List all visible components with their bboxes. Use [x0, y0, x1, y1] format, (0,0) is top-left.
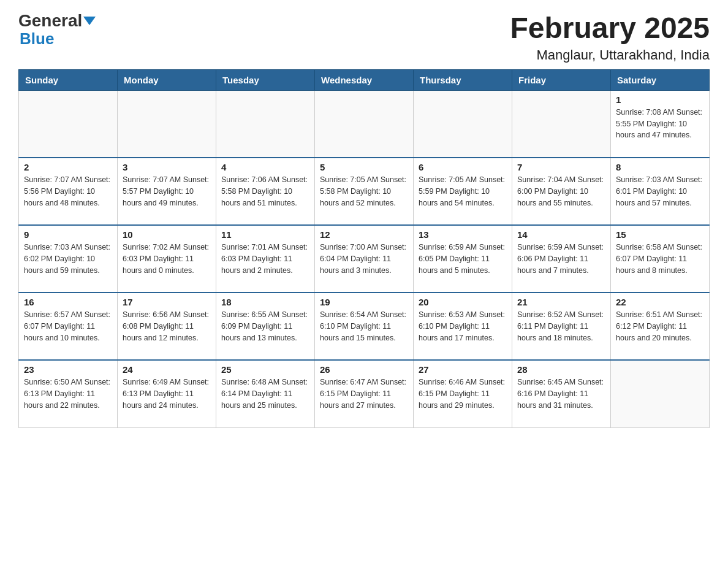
day-info: Sunrise: 6:49 AM Sunset: 6:13 PM Dayligh…	[123, 377, 211, 411]
calendar-cell-w1-d7: 1Sunrise: 7:08 AM Sunset: 5:55 PM Daylig…	[611, 90, 710, 158]
weekday-header-wednesday: Wednesday	[315, 69, 414, 90]
day-info: Sunrise: 6:48 AM Sunset: 6:14 PM Dayligh…	[221, 377, 309, 411]
day-number: 3	[123, 162, 211, 172]
calendar-cell-w5-d6: 28Sunrise: 6:45 AM Sunset: 6:16 PM Dayli…	[512, 360, 611, 427]
weekday-header-monday: Monday	[118, 69, 216, 90]
day-number: 19	[320, 297, 408, 307]
calendar-cell-w2-d5: 6Sunrise: 7:05 AM Sunset: 5:59 PM Daylig…	[414, 158, 512, 225]
day-number: 8	[616, 162, 704, 172]
weekday-header-tuesday: Tuesday	[216, 69, 315, 90]
calendar-cell-w5-d3: 25Sunrise: 6:48 AM Sunset: 6:14 PM Dayli…	[216, 360, 315, 427]
logo: General Blue	[18, 12, 96, 48]
day-number: 6	[419, 162, 507, 172]
calendar-cell-w3-d7: 15Sunrise: 6:58 AM Sunset: 6:07 PM Dayli…	[611, 225, 710, 293]
day-number: 27	[419, 364, 507, 375]
day-number: 15	[616, 229, 704, 240]
calendar-cell-w2-d1: 2Sunrise: 7:07 AM Sunset: 5:56 PM Daylig…	[19, 158, 118, 225]
day-info: Sunrise: 6:47 AM Sunset: 6:15 PM Dayligh…	[320, 377, 408, 411]
weekday-header-friday: Friday	[512, 69, 611, 90]
day-info: Sunrise: 7:07 AM Sunset: 5:56 PM Dayligh…	[24, 174, 112, 209]
calendar-cell-w1-d1	[19, 90, 118, 158]
day-info: Sunrise: 7:07 AM Sunset: 5:57 PM Dayligh…	[123, 174, 211, 209]
calendar-cell-w1-d6	[512, 90, 611, 158]
weekday-header-sunday: Sunday	[19, 69, 118, 90]
day-number: 21	[517, 297, 605, 307]
calendar-cell-w4-d5: 20Sunrise: 6:53 AM Sunset: 6:10 PM Dayli…	[414, 293, 512, 360]
calendar-cell-w2-d4: 5Sunrise: 7:05 AM Sunset: 5:58 PM Daylig…	[315, 158, 414, 225]
day-info: Sunrise: 7:03 AM Sunset: 6:01 PM Dayligh…	[616, 174, 704, 209]
day-info: Sunrise: 6:45 AM Sunset: 6:16 PM Dayligh…	[517, 377, 605, 411]
calendar-cell-w2-d2: 3Sunrise: 7:07 AM Sunset: 5:57 PM Daylig…	[118, 158, 216, 225]
day-info: Sunrise: 7:00 AM Sunset: 6:04 PM Dayligh…	[320, 242, 408, 276]
calendar-cell-w5-d7	[611, 360, 710, 427]
day-info: Sunrise: 6:52 AM Sunset: 6:11 PM Dayligh…	[517, 309, 605, 343]
week-row-1: 1Sunrise: 7:08 AM Sunset: 5:55 PM Daylig…	[19, 90, 710, 158]
day-info: Sunrise: 6:57 AM Sunset: 6:07 PM Dayligh…	[24, 309, 112, 343]
calendar-cell-w5-d1: 23Sunrise: 6:50 AM Sunset: 6:13 PM Dayli…	[19, 360, 118, 427]
calendar-cell-w3-d5: 13Sunrise: 6:59 AM Sunset: 6:05 PM Dayli…	[414, 225, 512, 293]
week-row-4: 16Sunrise: 6:57 AM Sunset: 6:07 PM Dayli…	[19, 293, 710, 360]
day-info: Sunrise: 7:02 AM Sunset: 6:03 PM Dayligh…	[123, 242, 211, 276]
day-number: 9	[24, 229, 112, 240]
day-number: 20	[419, 297, 507, 307]
day-number: 25	[221, 364, 309, 375]
calendar-cell-w2-d7: 8Sunrise: 7:03 AM Sunset: 6:01 PM Daylig…	[611, 158, 710, 225]
week-row-5: 23Sunrise: 6:50 AM Sunset: 6:13 PM Dayli…	[19, 360, 710, 427]
day-info: Sunrise: 6:56 AM Sunset: 6:08 PM Dayligh…	[123, 309, 211, 343]
calendar-cell-w2-d6: 7Sunrise: 7:04 AM Sunset: 6:00 PM Daylig…	[512, 158, 611, 225]
week-row-3: 9Sunrise: 7:03 AM Sunset: 6:02 PM Daylig…	[19, 225, 710, 293]
calendar-cell-w3-d3: 11Sunrise: 7:01 AM Sunset: 6:03 PM Dayli…	[216, 225, 315, 293]
calendar-cell-w5-d4: 26Sunrise: 6:47 AM Sunset: 6:15 PM Dayli…	[315, 360, 414, 427]
logo-arrow-icon	[83, 17, 96, 25]
day-number: 24	[123, 364, 211, 375]
day-info: Sunrise: 6:59 AM Sunset: 6:06 PM Dayligh…	[517, 242, 605, 276]
day-info: Sunrise: 6:46 AM Sunset: 6:15 PM Dayligh…	[419, 377, 507, 411]
day-number: 13	[419, 229, 507, 240]
calendar-cell-w5-d5: 27Sunrise: 6:46 AM Sunset: 6:15 PM Dayli…	[414, 360, 512, 427]
day-number: 23	[24, 364, 112, 375]
day-info: Sunrise: 7:03 AM Sunset: 6:02 PM Dayligh…	[24, 242, 112, 276]
day-number: 7	[517, 162, 605, 172]
day-info: Sunrise: 7:05 AM Sunset: 5:58 PM Dayligh…	[320, 174, 408, 209]
calendar-cell-w5-d2: 24Sunrise: 6:49 AM Sunset: 6:13 PM Dayli…	[118, 360, 216, 427]
logo-text-blue: Blue	[20, 29, 54, 48]
day-number: 1	[616, 94, 704, 105]
day-info: Sunrise: 6:53 AM Sunset: 6:10 PM Dayligh…	[419, 309, 507, 343]
weekday-header-row: SundayMondayTuesdayWednesdayThursdayFrid…	[19, 69, 710, 90]
day-number: 4	[221, 162, 309, 172]
day-info: Sunrise: 6:50 AM Sunset: 6:13 PM Dayligh…	[24, 377, 112, 411]
day-number: 18	[221, 297, 309, 307]
day-number: 11	[221, 229, 309, 240]
calendar-cell-w2-d3: 4Sunrise: 7:06 AM Sunset: 5:58 PM Daylig…	[216, 158, 315, 225]
day-number: 2	[24, 162, 112, 172]
weekday-header-saturday: Saturday	[611, 69, 710, 90]
logo-text-general: General	[18, 12, 82, 29]
day-info: Sunrise: 6:55 AM Sunset: 6:09 PM Dayligh…	[221, 309, 309, 343]
day-info: Sunrise: 7:06 AM Sunset: 5:58 PM Dayligh…	[221, 174, 309, 209]
day-number: 26	[320, 364, 408, 375]
day-number: 14	[517, 229, 605, 240]
calendar-cell-w4-d6: 21Sunrise: 6:52 AM Sunset: 6:11 PM Dayli…	[512, 293, 611, 360]
calendar-cell-w3-d6: 14Sunrise: 6:59 AM Sunset: 6:06 PM Dayli…	[512, 225, 611, 293]
calendar-cell-w1-d2	[118, 90, 216, 158]
day-info: Sunrise: 7:05 AM Sunset: 5:59 PM Dayligh…	[419, 174, 507, 209]
calendar-table: SundayMondayTuesdayWednesdayThursdayFrid…	[18, 69, 710, 428]
calendar-cell-w3-d4: 12Sunrise: 7:00 AM Sunset: 6:04 PM Dayli…	[315, 225, 414, 293]
day-info: Sunrise: 6:58 AM Sunset: 6:07 PM Dayligh…	[616, 242, 704, 276]
calendar-subtitle: Manglaur, Uttarakhand, India	[510, 47, 710, 63]
calendar-cell-w4-d3: 18Sunrise: 6:55 AM Sunset: 6:09 PM Dayli…	[216, 293, 315, 360]
calendar-cell-w4-d4: 19Sunrise: 6:54 AM Sunset: 6:10 PM Dayli…	[315, 293, 414, 360]
day-number: 16	[24, 297, 112, 307]
title-block: February 2025 Manglaur, Uttarakhand, Ind…	[510, 12, 710, 63]
calendar-title: February 2025	[510, 12, 710, 45]
day-number: 10	[123, 229, 211, 240]
day-info: Sunrise: 7:08 AM Sunset: 5:55 PM Dayligh…	[616, 107, 704, 141]
calendar-cell-w4-d2: 17Sunrise: 6:56 AM Sunset: 6:08 PM Dayli…	[118, 293, 216, 360]
weekday-header-thursday: Thursday	[414, 69, 512, 90]
day-info: Sunrise: 6:51 AM Sunset: 6:12 PM Dayligh…	[616, 309, 704, 343]
calendar-cell-w4-d7: 22Sunrise: 6:51 AM Sunset: 6:12 PM Dayli…	[611, 293, 710, 360]
calendar-cell-w1-d4	[315, 90, 414, 158]
calendar-cell-w1-d3	[216, 90, 315, 158]
calendar-cell-w1-d5	[414, 90, 512, 158]
week-row-2: 2Sunrise: 7:07 AM Sunset: 5:56 PM Daylig…	[19, 158, 710, 225]
